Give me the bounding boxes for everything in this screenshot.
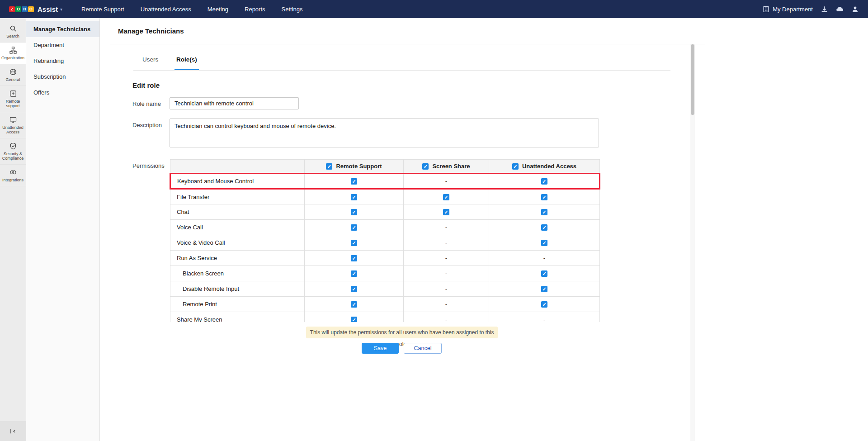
permission-checkbox-checked[interactable]: ✓ [541,209,547,215]
subnav-offers[interactable]: Offers [26,85,99,100]
permission-cell: ✓ [489,235,600,251]
save-button[interactable]: Save [362,343,399,354]
permission-cell-not-applicable: - [404,297,489,312]
permission-checkbox-checked[interactable]: ✓ [351,301,357,308]
collapse-sidebar-button[interactable] [0,421,26,441]
nav-unattended-access[interactable]: Unattended Access [141,6,191,13]
brand-name[interactable]: Assist [38,5,58,13]
permission-cell-not-applicable: - [404,266,489,281]
permission-checkbox-checked[interactable]: ✓ [541,301,547,308]
download-icon[interactable] [821,5,828,13]
permission-checkbox-checked[interactable]: ✓ [351,240,357,246]
page-title: Manage Technicians [110,18,705,44]
sidebar-item-remote-support[interactable]: Remote support [0,86,26,112]
permissions-header-row: ✓Remote Support✓Screen Share✓Unattended … [170,160,600,174]
subnav-subscription[interactable]: Subscription [26,69,99,85]
sidebar-item-general[interactable]: General [0,64,26,86]
sidebar-item-label: Search [6,34,19,38]
sidebar-item-organization[interactable]: Organization [0,43,26,64]
sidebar-item-label: Organization [1,56,24,60]
permission-checkbox-checked[interactable]: ✓ [351,224,357,231]
subnav-department[interactable]: Department [26,37,99,53]
description-textarea[interactable]: Technician can control keyboard and mous… [170,119,599,147]
scrollbar-thumb[interactable] [691,44,694,115]
subnav-rebranding[interactable]: Rebranding [26,53,99,69]
permission-cell-not-applicable: - [404,174,489,189]
permission-checkbox-checked[interactable]: ✓ [351,194,357,200]
permission-checkbox-checked[interactable]: ✓ [541,178,547,185]
my-department-selector[interactable]: My Department [762,5,813,13]
department-building-icon [762,5,770,13]
permission-checkbox-checked[interactable]: ✓ [541,286,547,292]
permission-checkbox-checked[interactable]: ✓ [351,255,357,261]
permission-checkbox-checked[interactable]: ✓ [351,270,357,277]
permission-feature-name: Blacken Screen [170,266,305,281]
permission-feature-name: Keyboard and Mouse Control [170,174,305,189]
zoho-logo[interactable]: Z O H O [9,6,34,12]
permission-feature-name: Voice & Video Call [170,235,305,251]
nav-settings[interactable]: Settings [282,6,303,13]
permission-row: Keyboard and Mouse Control✓-✓ [170,174,600,189]
permission-row: Voice & Video Call✓-✓ [170,235,600,251]
sidebar-item-security-compliance[interactable]: Security & Compliance [0,138,26,165]
sidebar-item-unattended-access[interactable]: Unattended Access [0,112,26,138]
permission-checkbox-checked[interactable]: ✓ [541,194,547,200]
permission-checkbox-checked[interactable]: ✓ [541,240,547,246]
permission-cell: ✓ [404,204,489,220]
permission-checkbox-checked[interactable]: ✓ [351,286,357,292]
permission-checkbox-checked[interactable]: ✓ [351,317,357,322]
permission-cell: ✓ [489,204,600,220]
role-name-input[interactable] [170,97,299,109]
column-label: Unattended Access [522,163,576,170]
cloud-icon[interactable] [836,5,844,13]
permission-row: Voice Call✓-✓ [170,220,600,235]
permission-row: Blacken Screen✓-✓ [170,266,600,281]
nav-remote-support[interactable]: Remote Support [81,6,124,13]
permission-feature-name: Voice Call [170,220,305,235]
permission-checkbox-checked[interactable]: ✓ [351,178,357,185]
sidebar-item-search[interactable]: Search [0,21,26,43]
permissions-table: ✓Remote Support✓Screen Share✓Unattended … [170,159,600,322]
permission-feature-name: Share My Screen [170,312,305,322]
permission-feature-name: Chat [170,204,305,220]
logo-letter-o2: O [28,6,34,12]
permission-row: Disable Remote Input✓-✓ [170,281,600,297]
description-label: Description [132,122,162,128]
tabs: Users Role(s) [133,54,670,71]
main-content: Users Role(s) Edit role Role name Descri… [100,44,706,415]
permission-checkbox-checked[interactable]: ✓ [541,224,547,231]
organization-icon [9,47,17,54]
user-profile-icon[interactable] [851,5,859,13]
tab-users[interactable]: Users [141,54,160,69]
column-select-all-checkbox[interactable]: ✓ [326,163,332,170]
nav-meeting[interactable]: Meeting [208,6,228,13]
settings-sub-sidebar: Manage Technicians Department Rebranding… [26,18,100,441]
permission-cell-not-applicable: - [404,235,489,251]
permission-row: File Transfer✓✓✓ [170,189,600,204]
permission-checkbox-checked[interactable]: ✓ [541,270,547,277]
permission-checkbox-checked[interactable]: ✓ [351,209,357,215]
permission-checkbox-checked[interactable]: ✓ [443,194,449,200]
permission-cell: ✓ [305,266,404,281]
column-select-all-checkbox[interactable]: ✓ [422,163,429,170]
cancel-button[interactable]: Cancel [404,343,442,354]
sidebar-item-label: Remote support [1,99,25,108]
permission-cell: ✓ [489,174,600,189]
permission-cell-not-applicable: - [404,312,489,322]
role-name-label: Role name [132,100,161,107]
subnav-manage-technicians[interactable]: Manage Technicians [26,21,99,37]
update-permissions-notice: This will update the permissions for all… [306,327,498,338]
tab-roles[interactable]: Role(s) [175,54,199,70]
logo-letter-o1: O [15,6,21,12]
chevron-down-icon[interactable]: ▾ [60,7,62,12]
main-panel: Manage Technicians Users Role(s) Edit ro… [100,18,868,441]
vertical-scrollbar[interactable] [690,44,695,441]
permission-feature-name: Disable Remote Input [170,281,305,297]
nav-reports[interactable]: Reports [245,6,265,13]
column-select-all-checkbox[interactable]: ✓ [512,163,519,170]
topnav-right: My Department [762,5,859,13]
permission-checkbox-checked[interactable]: ✓ [443,209,449,215]
sidebar-item-integrations[interactable]: Integrations [0,165,26,186]
permissions-column-header: ✓Unattended Access [489,160,600,174]
integrations-icon [9,169,17,176]
